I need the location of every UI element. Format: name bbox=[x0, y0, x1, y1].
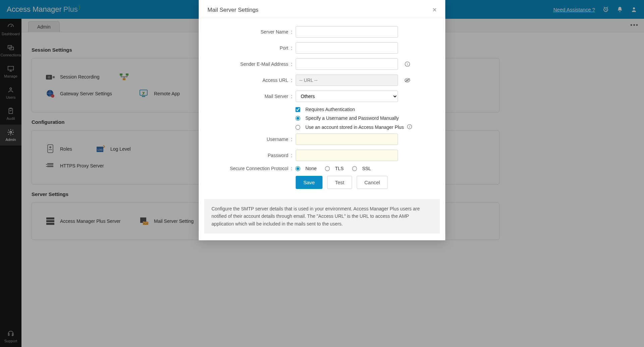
proto-none-label[interactable]: None bbox=[296, 166, 317, 171]
requires-auth-checkbox[interactable] bbox=[296, 107, 300, 112]
manual-radio-label[interactable]: Specify a Username and Password Manually bbox=[296, 115, 432, 121]
proto-ssl-label[interactable]: SSL bbox=[353, 166, 371, 171]
proto-ssl-radio[interactable] bbox=[352, 166, 357, 171]
row-server-name: Server Name : bbox=[212, 26, 432, 38]
requires-auth-label[interactable]: Requires Authentication bbox=[296, 107, 432, 112]
stored-radio-label[interactable]: Use an account stored in Access Manager … bbox=[296, 124, 432, 130]
sender-email-input[interactable] bbox=[296, 58, 398, 70]
label-access-url: Access URL bbox=[212, 78, 291, 83]
proto-none-radio[interactable] bbox=[296, 166, 300, 171]
proto-none-text: None bbox=[306, 166, 317, 171]
server-name-input[interactable] bbox=[296, 26, 398, 38]
eye-off-icon[interactable] bbox=[404, 78, 412, 83]
row-mail-server: Mail Server : Others bbox=[212, 91, 432, 102]
svg-text:i: i bbox=[409, 125, 410, 129]
stored-radio[interactable] bbox=[296, 125, 300, 130]
mail-server-select[interactable]: Others bbox=[296, 91, 398, 102]
proto-ssl-text: SSL bbox=[362, 166, 371, 171]
row-access-url: Access URL : bbox=[212, 75, 432, 86]
row-stored-radio: Use an account stored in Access Manager … bbox=[296, 124, 432, 130]
proto-tls-radio[interactable] bbox=[325, 166, 330, 171]
username-input[interactable] bbox=[296, 134, 398, 145]
row-username: Username : bbox=[212, 134, 432, 145]
label-password: Password bbox=[212, 153, 291, 158]
save-button[interactable]: Save bbox=[296, 176, 323, 189]
svg-text:i: i bbox=[407, 62, 408, 66]
label-username: Username bbox=[212, 137, 291, 142]
row-sender-email: Sender E-Mail Address : i bbox=[212, 58, 432, 70]
password-input[interactable] bbox=[296, 150, 398, 161]
test-button[interactable]: Test bbox=[327, 176, 352, 189]
modal-body: Server Name : Port : Sender E-Mail Addre… bbox=[199, 18, 445, 199]
manual-radio-text: Specify a Username and Password Manually bbox=[306, 115, 399, 121]
info-icon[interactable]: i bbox=[407, 124, 412, 130]
row-secure-proto: Secure Connection Protocol : None TLS SS… bbox=[212, 166, 432, 171]
requires-auth-text: Requires Authentication bbox=[306, 107, 355, 112]
mail-server-settings-modal: Mail Server Settings × Server Name : Por… bbox=[199, 0, 445, 240]
label-secure-proto: Secure Connection Protocol bbox=[212, 166, 291, 171]
row-password: Password : bbox=[212, 150, 432, 161]
label-mail-server: Mail Server bbox=[212, 94, 291, 99]
label-sender-email: Sender E-Mail Address bbox=[212, 61, 291, 67]
row-requires-auth: Requires Authentication bbox=[296, 107, 432, 112]
port-input[interactable] bbox=[296, 42, 398, 54]
close-icon[interactable]: × bbox=[433, 6, 437, 14]
row-manual-radio: Specify a Username and Password Manually bbox=[296, 115, 432, 121]
proto-tls-label[interactable]: TLS bbox=[325, 166, 344, 171]
proto-tls-text: TLS bbox=[335, 166, 344, 171]
info-icon[interactable]: i bbox=[404, 61, 412, 67]
modal-info-box: Configure the SMTP server details that i… bbox=[204, 199, 440, 234]
manual-radio[interactable] bbox=[296, 116, 300, 120]
modal-button-row: Save Test Cancel bbox=[296, 176, 432, 189]
modal-header: Mail Server Settings × bbox=[199, 0, 445, 18]
label-server-name: Server Name bbox=[212, 29, 291, 35]
access-url-input[interactable] bbox=[296, 75, 398, 86]
stored-radio-text: Use an account stored in Access Manager … bbox=[306, 125, 404, 130]
row-port: Port : bbox=[212, 42, 432, 54]
cancel-button[interactable]: Cancel bbox=[357, 176, 388, 189]
label-port: Port bbox=[212, 45, 291, 51]
modal-title: Mail Server Settings bbox=[208, 7, 259, 13]
